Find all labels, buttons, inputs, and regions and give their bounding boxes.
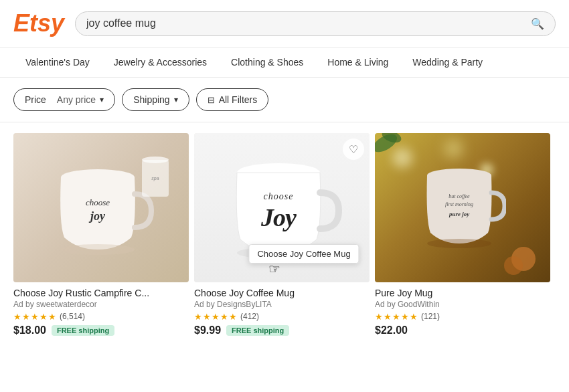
svg-point-15 [427, 239, 491, 248]
svg-text:choose: choose [264, 191, 294, 201]
product-stars-1: ★★★★★ (6,514) [13, 312, 189, 322]
nav-bar: Valentine's Day Jewelry & Accessories Cl… [0, 47, 569, 78]
nav-item-valentines[interactable]: Valentine's Day [13, 47, 102, 77]
header: Etsy 🔍 [0, 0, 569, 47]
product-card-1: choose joy spa Choose Joy Rustic Campfir… [13, 133, 194, 347]
product-title-3: Pure Joy Mug [375, 288, 550, 298]
svg-text:pure joy: pure joy [449, 211, 470, 217]
filter-sliders-icon: ⊟ [208, 95, 215, 105]
product-price-2: $9.99 [194, 324, 221, 336]
svg-point-5 [142, 157, 169, 163]
svg-text:Joy: Joy [260, 203, 297, 231]
product-card-2: choose Joy ♡ Choose Joy Coffee Mug ☞ Cho… [194, 133, 375, 347]
cookies-decoration [503, 242, 544, 276]
free-shipping-badge-2: FREE shipping [226, 325, 289, 336]
price-filter-button[interactable]: Price Any price ▾ [13, 88, 115, 111]
svg-text:choose: choose [86, 197, 110, 207]
price-filter-label: Price [25, 94, 46, 105]
product-title-1: Choose Joy Rustic Campfire C... [13, 288, 189, 298]
products-grid: choose joy spa Choose Joy Rustic Campfir… [0, 122, 569, 358]
wishlist-button-2[interactable]: ♡ [343, 138, 364, 160]
etsy-logo[interactable]: Etsy [13, 9, 64, 37]
star-rating-3: ★★★★★ [375, 312, 418, 322]
product-ad-1: Ad by sweetwaterdecor [13, 300, 189, 309]
star-rating-2: ★★★★★ [194, 312, 238, 322]
all-filters-button[interactable]: ⊟ All Filters [196, 88, 269, 111]
mug-illustration-3: but coffee first morning pure joy [419, 161, 506, 254]
review-count-1: (6,514) [60, 312, 85, 321]
product-card-3: but coffee first morning pure joy Pure J… [375, 133, 556, 347]
review-count-2: (412) [240, 312, 259, 321]
nav-item-wedding[interactable]: Wedding & Party [400, 47, 495, 77]
search-bar[interactable]: 🔍 [75, 11, 556, 36]
plant-decoration [375, 133, 415, 173]
product-info-2: Choose Joy Coffee Mug Ad by DesignsByLIT… [194, 282, 370, 336]
nav-item-jewelry[interactable]: Jewelry & Accessories [102, 47, 219, 77]
svg-point-19 [504, 256, 523, 275]
heart-icon: ♡ [349, 143, 358, 156]
svg-text:joy: joy [88, 209, 106, 223]
product-image-2[interactable]: choose Joy ♡ Choose Joy Coffee Mug ☞ [194, 133, 370, 282]
shipping-filter-label: Shipping [133, 94, 170, 105]
nav-item-clothing[interactable]: Clothing & Shoes [219, 47, 315, 77]
svg-text:but coffee: but coffee [449, 193, 470, 199]
nav-item-home[interactable]: Home & Living [315, 47, 400, 77]
svg-point-3 [61, 244, 135, 255]
free-shipping-badge-1: FREE shipping [52, 325, 114, 336]
product-ad-3: Ad by GoodWithin [375, 300, 550, 309]
price-row-3: $22.00 [375, 324, 550, 336]
price-filter-value: Any price [57, 94, 96, 105]
product-info-1: Choose Joy Rustic Campfire C... Ad by sw… [13, 282, 189, 336]
product-ad-2: Ad by DesignsByLITA [194, 300, 370, 309]
search-icon[interactable]: 🔍 [531, 17, 544, 30]
product-stars-3: ★★★★★ (121) [375, 312, 550, 322]
search-input[interactable] [86, 17, 525, 29]
product-image-3[interactable]: but coffee first morning pure joy [375, 133, 550, 282]
chevron-down-icon-2: ▾ [174, 95, 178, 104]
price-row-2: $9.99 FREE shipping [194, 324, 370, 336]
cursor-icon: ☞ [268, 261, 280, 277]
svg-text:first morning: first morning [445, 201, 473, 207]
product-price-3: $22.00 [375, 324, 408, 336]
review-count-3: (121) [421, 312, 440, 321]
product-tooltip-2: Choose Joy Coffee Mug [248, 244, 359, 264]
chevron-down-icon: ▾ [100, 95, 104, 104]
product-info-3: Pure Joy Mug Ad by GoodWithin ★★★★★ (121… [375, 282, 550, 336]
all-filters-label: All Filters [219, 94, 258, 105]
svg-text:spa: spa [151, 176, 159, 181]
filters-bar: Price Any price ▾ Shipping ▾ ⊟ All Filte… [0, 78, 569, 122]
price-row-1: $18.00 FREE shipping [13, 324, 189, 336]
product-image-1[interactable]: choose joy spa [13, 133, 189, 282]
star-rating-1: ★★★★★ [13, 312, 57, 322]
candle-jar: spa [135, 146, 175, 200]
product-title-2: Choose Joy Coffee Mug [194, 288, 370, 298]
product-stars-2: ★★★★★ (412) [194, 312, 370, 322]
shipping-filter-button[interactable]: Shipping ▾ [122, 88, 189, 111]
product-price-1: $18.00 [13, 324, 46, 336]
